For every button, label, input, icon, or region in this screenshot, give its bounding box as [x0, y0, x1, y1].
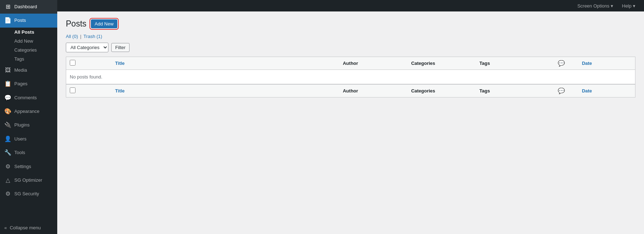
footer-col-checkbox — [66, 84, 112, 97]
sidebar-item-pages[interactable]: 📋 Pages — [0, 77, 57, 91]
help-chevron-icon: ▾ — [633, 3, 635, 9]
content-area: Posts Add New All (0) | Trash (1) All Ca… — [57, 11, 644, 234]
sidebar-item-tools[interactable]: 🔧 Tools — [0, 146, 57, 159]
sidebar-item-appearance[interactable]: 🎨 Appearance — [0, 105, 57, 118]
comments-icon: 💬 — [4, 94, 11, 102]
col-header-title: Title — [112, 57, 339, 70]
footer-col-comments: 💬 — [544, 84, 578, 97]
trash-count: (1) — [97, 34, 102, 39]
collapse-menu-label: Collapse menu — [10, 225, 41, 230]
col-header-author: Author — [339, 57, 408, 70]
table-header-row: Title Author Categories Tags 💬 Date — [66, 57, 635, 70]
subitem-label: Categories — [14, 47, 37, 53]
posts-table: Title Author Categories Tags 💬 Date No p… — [66, 57, 635, 97]
sidebar-item-plugins[interactable]: 🔌 Plugins — [0, 118, 57, 132]
add-new-button[interactable]: Add New — [91, 19, 118, 28]
footer-comments-icon: 💬 — [558, 88, 565, 94]
sidebar-item-posts[interactable]: 📄 Posts — [0, 14, 57, 27]
sg-security-icon: ⚙ — [4, 190, 11, 198]
sidebar-item-sg-optimizer[interactable]: △ SG Optimizer — [0, 173, 57, 187]
select-all-checkbox[interactable] — [70, 60, 75, 66]
table-footer-row: Title Author Categories Tags 💬 Date — [66, 84, 635, 97]
sidebar-item-dashboard[interactable]: ⊞ Dashboard — [0, 0, 57, 14]
tools-icon: 🔧 — [4, 149, 11, 157]
sidebar-item-label: Media — [14, 67, 27, 73]
all-posts-link[interactable]: All (0) — [66, 34, 78, 39]
col-header-categories: Categories — [408, 57, 476, 70]
subitem-label: All Posts — [14, 29, 34, 35]
footer-date-sort-link[interactable]: Date — [582, 88, 592, 94]
collapse-menu-button[interactable]: « Collapse menu — [0, 221, 57, 234]
col-header-tags: Tags — [476, 57, 544, 70]
page-header: Posts Add New — [66, 19, 635, 29]
screen-options-chevron-icon: ▾ — [611, 3, 613, 9]
sidebar-item-label: Appearance — [14, 108, 39, 115]
sidebar-item-media[interactable]: 🖼 Media — [0, 63, 57, 77]
no-posts-row: No posts found. — [66, 70, 635, 84]
footer-col-categories: Categories — [408, 84, 476, 97]
sidebar-item-label: Plugins — [14, 122, 30, 128]
filter-bar: All Categories Filter — [66, 43, 635, 52]
sidebar-item-users[interactable]: 👤 Users — [0, 132, 57, 146]
footer-col-date: Date — [578, 84, 635, 97]
title-sort-link[interactable]: Title — [115, 61, 125, 66]
select-all-footer-checkbox[interactable] — [70, 87, 75, 93]
sidebar-item-label: SG Security — [14, 191, 39, 197]
sidebar-item-label: Comments — [14, 95, 37, 101]
no-posts-message: No posts found. — [66, 70, 635, 84]
media-icon: 🖼 — [4, 66, 11, 74]
plugins-icon: 🔌 — [4, 121, 11, 129]
nav-separator: | — [80, 34, 81, 39]
posts-filter-nav: All (0) | Trash (1) — [66, 34, 635, 39]
comments-column-icon: 💬 — [558, 60, 565, 66]
trash-link[interactable]: Trash (1) — [83, 34, 102, 39]
users-icon: 👤 — [4, 135, 11, 143]
col-header-checkbox — [66, 57, 112, 70]
screen-options-button[interactable]: Screen Options ▾ — [575, 2, 616, 10]
sidebar: ⊞ Dashboard 📄 Posts All Posts Add New Ca… — [0, 0, 57, 234]
col-header-date: Date — [578, 57, 635, 70]
sidebar-item-label: Pages — [14, 81, 28, 87]
date-sort-link[interactable]: Date — [582, 61, 592, 66]
footer-title-sort-link[interactable]: Title — [115, 88, 125, 94]
topbar: Screen Options ▾ Help ▾ — [57, 0, 644, 11]
sidebar-subitem-all-posts[interactable]: All Posts — [0, 28, 57, 37]
footer-col-tags: Tags — [476, 84, 544, 97]
sidebar-item-label: Tools — [14, 149, 25, 156]
sidebar-item-label: Dashboard — [14, 4, 37, 10]
footer-col-author: Author — [339, 84, 408, 97]
sidebar-item-label: Users — [14, 136, 26, 142]
help-button[interactable]: Help ▾ — [619, 2, 638, 10]
footer-col-title: Title — [112, 84, 339, 97]
filter-button[interactable]: Filter — [111, 43, 130, 52]
dashboard-icon: ⊞ — [4, 3, 11, 11]
col-header-comments: 💬 — [544, 57, 578, 70]
subitem-label: Tags — [14, 56, 24, 62]
sidebar-item-sg-security[interactable]: ⚙ SG Security — [0, 187, 57, 201]
sidebar-item-settings[interactable]: ⚙ Settings — [0, 160, 57, 173]
help-label: Help — [622, 3, 631, 9]
sidebar-item-label: Settings — [14, 163, 31, 170]
sidebar-subitem-add-new[interactable]: Add New — [0, 37, 57, 46]
sidebar-subitem-tags[interactable]: Tags — [0, 54, 57, 63]
appearance-icon: 🎨 — [4, 108, 11, 115]
sg-optimizer-icon: △ — [4, 176, 11, 184]
collapse-arrow-icon: « — [4, 225, 7, 230]
trash-label: Trash — [83, 34, 95, 39]
sidebar-item-label: Posts — [14, 17, 26, 24]
screen-options-label: Screen Options — [577, 3, 610, 9]
sidebar-item-label: SG Optimizer — [14, 177, 42, 183]
subitem-label: Add New — [14, 38, 33, 44]
sidebar-subitem-categories[interactable]: Categories — [0, 46, 57, 54]
settings-icon: ⚙ — [4, 163, 11, 171]
main-area: Screen Options ▾ Help ▾ Posts Add New Al… — [57, 0, 644, 234]
all-count: (0) — [72, 34, 78, 39]
sidebar-item-comments[interactable]: 💬 Comments — [0, 91, 57, 105]
all-label: All — [66, 34, 71, 39]
posts-icon: 📄 — [4, 16, 11, 24]
category-select[interactable]: All Categories — [66, 43, 108, 52]
pages-icon: 📋 — [4, 80, 11, 88]
page-title: Posts — [66, 19, 87, 29]
